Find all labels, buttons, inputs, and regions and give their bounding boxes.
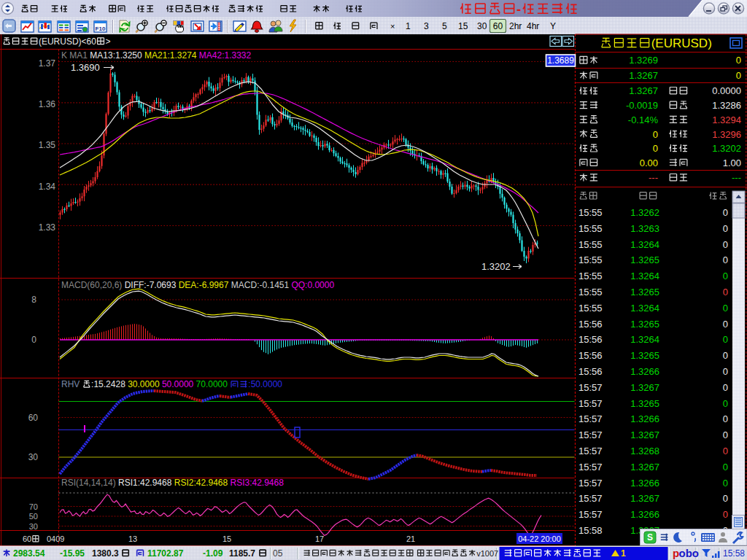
svg-text:15:57: 15:57 — [578, 446, 603, 456]
svg-text:60: 60 — [23, 534, 31, 543]
svg-text:(EURUSD): (EURUSD) — [651, 36, 712, 50]
svg-text:13: 13 — [128, 534, 137, 543]
svg-text:15:57: 15:57 — [578, 413, 603, 424]
svg-text:0: 0 — [723, 223, 728, 234]
svg-text:0: 0 — [723, 271, 728, 281]
svg-text:15:57: 15:57 — [578, 398, 603, 409]
svg-text:1.3266: 1.3266 — [630, 366, 659, 377]
svg-text:0: 0 — [723, 207, 728, 218]
svg-text:0: 0 — [723, 398, 728, 409]
svg-text:1.3267: 1.3267 — [629, 85, 658, 96]
svg-text:1.33: 1.33 — [39, 222, 56, 233]
svg-text:(EURUSD)<60: (EURUSD)<60 — [39, 36, 96, 47]
svg-text:15:55: 15:55 — [578, 239, 603, 250]
svg-text:1.3265: 1.3265 — [630, 319, 659, 330]
svg-text:F10: F10 — [96, 26, 106, 32]
svg-text:0: 0 — [723, 334, 728, 345]
svg-text:30: 30 — [477, 21, 487, 31]
svg-text:1.3286: 1.3286 — [712, 100, 741, 111]
svg-text:30: 30 — [29, 522, 38, 531]
svg-text:05: 05 — [273, 548, 283, 559]
svg-text:>: > — [105, 36, 110, 47]
svg-text:0: 0 — [723, 350, 728, 361]
svg-text:0: 0 — [723, 509, 728, 520]
svg-text:15:57: 15:57 — [578, 382, 603, 393]
svg-text:0: 0 — [723, 287, 728, 298]
svg-text:1.3266: 1.3266 — [630, 413, 659, 424]
svg-text:15:56: 15:56 — [578, 334, 603, 345]
svg-text:0: 0 — [723, 478, 728, 489]
svg-text:1380.3: 1380.3 — [92, 548, 119, 559]
svg-text:0: 0 — [723, 493, 728, 504]
svg-text:0: 0 — [723, 366, 728, 377]
svg-text:0: 0 — [723, 446, 728, 456]
svg-text::50.0000: :50.0000 — [248, 379, 282, 389]
svg-text:0409: 0409 — [47, 534, 64, 543]
svg-text:2hr: 2hr — [509, 21, 522, 31]
svg-text:8: 8 — [31, 295, 36, 305]
svg-text:1.3266: 1.3266 — [630, 509, 659, 520]
svg-text:30: 30 — [28, 452, 39, 462]
svg-text:K: K — [61, 50, 67, 61]
svg-text:0: 0 — [723, 382, 728, 393]
svg-text:15:57: 15:57 — [578, 478, 603, 489]
svg-text:DEA:-6.9967: DEA:-6.9967 — [179, 280, 229, 290]
svg-text:0: 0 — [31, 335, 36, 345]
svg-text:0: 0 — [736, 55, 741, 66]
svg-text:-15.95: -15.95 — [60, 548, 85, 559]
svg-text:0.00: 0.00 — [640, 158, 658, 168]
svg-text:15:56: 15:56 — [578, 366, 603, 377]
svg-text:RSI2:42.9468: RSI2:42.9468 — [174, 478, 228, 488]
svg-text:0: 0 — [723, 319, 728, 330]
svg-text:1185.7: 1185.7 — [229, 548, 255, 559]
svg-text:-1.09: -1.09 — [203, 548, 223, 559]
svg-text:1: 1 — [621, 548, 626, 559]
svg-text:15:55: 15:55 — [578, 254, 603, 265]
svg-text:1.3264: 1.3264 — [630, 271, 659, 281]
svg-text:MA42:1.3332: MA42:1.3332 — [199, 50, 252, 61]
svg-text:50.0000: 50.0000 — [162, 379, 194, 389]
svg-text:1.3265: 1.3265 — [630, 254, 659, 265]
svg-text:0: 0 — [736, 70, 741, 81]
svg-text:1.37: 1.37 — [39, 58, 56, 69]
svg-text:5: 5 — [442, 21, 447, 31]
svg-text:-0.14%: -0.14% — [628, 114, 659, 125]
svg-text:Y: Y — [550, 21, 556, 31]
svg-text:MACD(60,20,6): MACD(60,20,6) — [61, 280, 122, 290]
svg-text:0: 0 — [723, 254, 728, 265]
svg-text:15: 15 — [458, 21, 468, 31]
svg-text:1.3267: 1.3267 — [629, 70, 658, 81]
svg-text:MACD:-0.1451: MACD:-0.1451 — [231, 280, 290, 290]
svg-text:70.0000: 70.0000 — [196, 379, 228, 389]
svg-text:1.3690: 1.3690 — [71, 62, 100, 73]
svg-text:1.3267: 1.3267 — [630, 429, 659, 440]
svg-text:2983.54: 2983.54 — [13, 548, 45, 559]
svg-text:15:58: 15:58 — [723, 548, 745, 559]
svg-text:1.3264: 1.3264 — [630, 239, 659, 250]
svg-text:-: - — [516, 1, 521, 17]
svg-text:0: 0 — [653, 143, 658, 154]
svg-text:---: --- — [649, 172, 658, 183]
svg-text:1: 1 — [406, 21, 411, 31]
svg-text:1.3267: 1.3267 — [630, 493, 659, 504]
svg-text:1.3264: 1.3264 — [630, 303, 659, 314]
svg-text:1.34: 1.34 — [39, 182, 56, 192]
svg-text:1.3262: 1.3262 — [630, 207, 659, 218]
svg-text:15:55: 15:55 — [578, 223, 603, 234]
svg-text:RSI(14,14,14): RSI(14,14,14) — [61, 478, 116, 488]
svg-text:1.3266: 1.3266 — [630, 478, 659, 489]
svg-text:15:57: 15:57 — [578, 462, 603, 472]
svg-text:1.3202: 1.3202 — [481, 261, 511, 272]
svg-text:1.3263: 1.3263 — [630, 223, 659, 234]
svg-text:15:55: 15:55 — [578, 303, 603, 314]
svg-text:0: 0 — [723, 413, 728, 424]
svg-text:0: 0 — [723, 239, 728, 250]
svg-text:0.0000: 0.0000 — [712, 85, 741, 96]
svg-text:1.3267: 1.3267 — [630, 462, 659, 472]
svg-text:4hr: 4hr — [527, 21, 539, 31]
svg-text:RSI3:42.9468: RSI3:42.9468 — [231, 478, 285, 488]
svg-text:15:56: 15:56 — [578, 319, 603, 330]
svg-text:50: 50 — [29, 512, 38, 521]
svg-text:3: 3 — [424, 21, 429, 31]
svg-text:MA21:1.3274: MA21:1.3274 — [144, 50, 197, 61]
